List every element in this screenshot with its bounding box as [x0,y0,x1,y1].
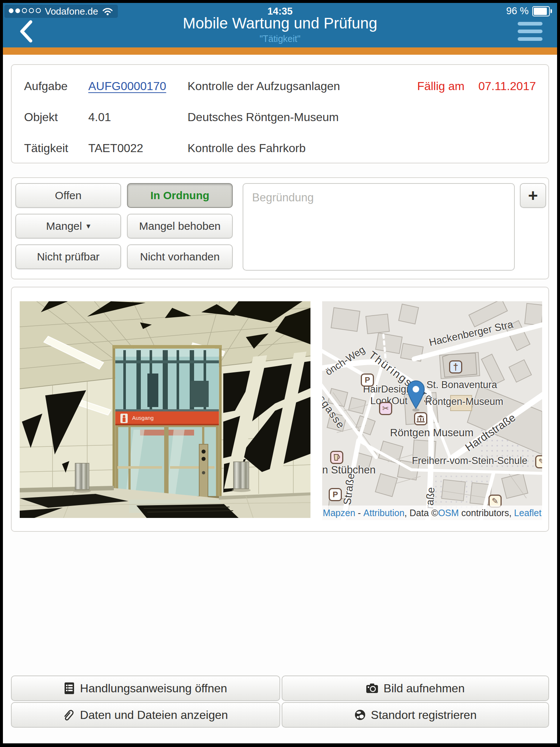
nicht-pruefbar-label: Nicht prüfbar [37,251,100,263]
taetigkeit-description: Kontrolle des Fahrkorb [188,142,536,155]
taetigkeit-value: TAET0022 [88,142,188,155]
church-cross-icon: † [449,360,462,374]
map-label-freiherr-schule: Freiherr-vom-Stein-Schule [412,455,528,467]
daten-dateien-label: Daten und Dateien anzeigen [80,708,228,722]
metal-bin-icon [75,463,89,489]
nicht-vorhanden-button[interactable]: Nicht vorhanden [127,244,233,269]
standort-registrieren-button[interactable]: Standort registrieren [282,702,549,728]
osm-link[interactable]: OSM [438,508,459,518]
daten-dateien-button[interactable]: Daten und Dateien anzeigen [11,702,280,728]
nicht-pruefbar-button[interactable]: Nicht prüfbar [15,244,121,269]
leaflet-link[interactable]: Leaflet [514,508,541,518]
due-label: Fällig am [417,80,464,93]
due-date: 07.11.2017 [478,80,536,93]
hamburger-menu-button[interactable] [518,22,542,41]
handlungsanweisung-button[interactable]: Handlungsanweisung öffnen [11,676,280,701]
caret-down-icon: ▾ [86,221,90,231]
document-list-icon [64,682,75,694]
bild-aufnehmen-button[interactable]: Bild aufnehmen [282,676,549,701]
standort-registrieren-label: Standort registrieren [371,708,477,722]
hamburger-icon [518,22,542,26]
map-label-roentgen-museum-poi: Röntgen-Museum [425,396,503,407]
accent-bar [3,47,557,55]
ausgang-sign-text: Ausgang [132,415,154,421]
ausgang-sign [115,411,219,425]
attribution-text-2: , Data © [405,508,438,518]
page-title: Mobile Wartung und Prüfung [3,15,557,32]
offen-label: Offen [55,189,82,202]
plus-icon: + [528,186,538,205]
hairdresser-scissors-icon: ✂ [379,402,392,415]
paperclip-icon [63,709,75,721]
museum-building-icon [414,412,427,425]
location-pin-icon [406,380,425,412]
globe-icon [354,709,366,721]
elevator-shaft: Ausgang [112,345,222,500]
camera-icon [366,683,378,693]
taetigkeit-label: Tätigkeit [24,142,88,155]
mangel-behoben-label: Mangel behoben [139,220,221,232]
task-description: Kontrolle der Aufzugsanlagen [188,80,417,93]
attribution-text-3: contributors, [459,508,514,518]
elevator-photo: Ausgang [20,301,310,518]
mangel-button[interactable]: Mangel ▾ [15,214,121,239]
school-pencil-icon: ✎ [535,455,542,468]
in-ordnung-button[interactable]: In Ordnung [127,183,233,208]
mapzen-link[interactable]: Mapzen [323,508,355,518]
parking-icon: P [361,374,374,387]
attribution-text: - [355,508,363,518]
status-panel: Offen In Ordnung Mangel ▾ Mangel behoben… [11,177,549,279]
objekt-label: Objekt [24,111,88,124]
cafe-cup-icon [330,451,343,464]
elevator-photo-canvas: Ausgang [20,301,310,518]
media-panel: Ausgang [11,287,549,532]
add-button[interactable]: + [520,183,546,208]
top-bar: Vodafone.de 14:35 96 % Mobile Wartung un… [3,3,557,47]
handlungsanweisung-label: Handlungsanweisung öffnen [80,682,227,695]
in-ordnung-label: In Ordnung [150,189,209,202]
task-row-objekt: Objekt 4.01 Deutsches Röntgen-Museum [24,111,536,124]
attribution-link[interactable]: Attribution [363,508,405,518]
map-label-roentgen-museum: Röntgen Museum [390,427,474,439]
location-map[interactable]: önch-Weg Thüringsberg Hackenberger Stra … [322,301,542,520]
page-subtitle: "Tätigkeit" [3,34,557,44]
objekt-description: Deutsches Röntgen-Museum [188,111,536,124]
map-label-st-bonaventura: St. Bonaventura [426,379,497,391]
aufgabe-label: Aufgabe [24,80,88,93]
mangel-label: Mangel [46,220,82,232]
app-screen: Vodafone.de 14:35 96 % Mobile Wartung un… [3,3,557,743]
task-row-aufgabe: Aufgabe AUFG0000170 Kontrolle der Aufzug… [24,80,536,93]
begruendung-textarea[interactable] [243,183,515,271]
due-date-wrap: Fällig am 07.11.2017 [417,80,536,93]
parking-icon-2: P [329,488,342,501]
bild-aufnehmen-label: Bild aufnehmen [383,682,464,695]
offen-button[interactable]: Offen [15,183,121,208]
map-attribution: Mapzen - Attribution, Data ©OSM contribu… [322,506,542,520]
task-row-taetigkeit: Tätigkeit TAET0022 Kontrolle des Fahrkor… [24,142,536,155]
objekt-value: 4.01 [88,111,188,124]
nicht-vorhanden-label: Nicht vorhanden [140,251,220,263]
task-id-link[interactable]: AUFG0000170 [88,80,166,93]
task-info-panel: Aufgabe AUFG0000170 Kontrolle der Aufzug… [11,64,549,163]
mangel-behoben-button[interactable]: Mangel behoben [127,214,233,239]
